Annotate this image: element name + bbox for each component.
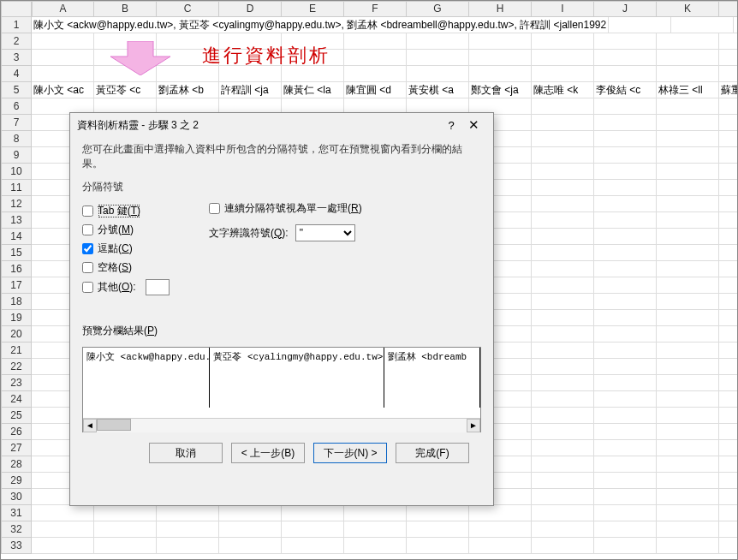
cell[interactable]: [532, 66, 594, 82]
cell[interactable]: [282, 538, 344, 554]
cell[interactable]: [532, 310, 594, 326]
cell[interactable]: [157, 538, 219, 554]
cell[interactable]: [594, 229, 657, 245]
cell[interactable]: [657, 538, 719, 554]
cell[interactable]: [532, 424, 594, 440]
cell[interactable]: [657, 164, 719, 180]
cell[interactable]: [657, 98, 719, 115]
cell[interactable]: [719, 359, 737, 375]
close-button[interactable]: ✕: [461, 117, 486, 133]
cell[interactable]: [657, 229, 719, 245]
cell[interactable]: [594, 456, 657, 473]
row-header[interactable]: 8: [1, 131, 32, 147]
cell[interactable]: [344, 66, 407, 82]
cell[interactable]: [657, 245, 719, 261]
cell[interactable]: [594, 505, 657, 521]
delimiter-space-checkbox[interactable]: [82, 262, 93, 273]
cell[interactable]: [657, 521, 719, 538]
column-header[interactable]: B: [94, 1, 157, 17]
delimiter-comma-label[interactable]: 逗點(C): [98, 241, 133, 256]
cell[interactable]: [657, 294, 719, 310]
column-header[interactable]: E: [282, 1, 344, 17]
column-header[interactable]: D: [219, 1, 282, 17]
row-header[interactable]: 18: [1, 294, 32, 310]
cell[interactable]: [532, 391, 594, 408]
cell[interactable]: [719, 326, 737, 343]
scroll-left-icon[interactable]: ◄: [83, 419, 97, 432]
cancel-button[interactable]: 取消: [149, 443, 223, 463]
cell[interactable]: [657, 66, 719, 82]
cell[interactable]: 黃安棋 <a: [407, 82, 469, 98]
cell[interactable]: [469, 50, 532, 66]
row-header[interactable]: 4: [1, 66, 32, 82]
cell[interactable]: [532, 521, 594, 538]
preview-scrollbar[interactable]: ◄ ►: [83, 418, 480, 432]
cell[interactable]: [532, 229, 594, 245]
cell[interactable]: [594, 164, 657, 180]
cell[interactable]: [719, 212, 737, 229]
cell[interactable]: [719, 440, 737, 456]
delimiter-semicolon-label[interactable]: 分號(M): [98, 223, 134, 237]
cell[interactable]: [532, 212, 594, 229]
cell[interactable]: [719, 294, 737, 310]
cell[interactable]: [719, 505, 737, 521]
cell[interactable]: [219, 538, 282, 554]
cell[interactable]: [532, 131, 594, 147]
cell[interactable]: [594, 180, 657, 196]
cell[interactable]: 陳志唯 <k: [532, 82, 594, 98]
cell[interactable]: [719, 277, 737, 294]
row-header[interactable]: 1: [1, 17, 32, 33]
cell[interactable]: [657, 326, 719, 343]
cell[interactable]: 陳小文 <ac: [32, 82, 94, 98]
cell[interactable]: [594, 538, 657, 554]
row-header[interactable]: 16: [1, 261, 32, 277]
cell[interactable]: [532, 261, 594, 277]
scroll-track[interactable]: [97, 419, 467, 432]
column-header[interactable]: K: [657, 1, 719, 17]
cell[interactable]: [344, 50, 407, 66]
cell[interactable]: [532, 489, 594, 505]
back-button[interactable]: < 上一步(B): [231, 443, 305, 463]
cell[interactable]: [594, 245, 657, 261]
cell[interactable]: 陳黃仁 <la: [282, 82, 344, 98]
cell[interactable]: [469, 33, 532, 50]
cell[interactable]: [657, 196, 719, 212]
cell[interactable]: [719, 473, 737, 489]
cell[interactable]: [657, 473, 719, 489]
finish-button[interactable]: 完成(F): [396, 443, 469, 463]
cell[interactable]: [671, 17, 734, 33]
row-header[interactable]: 3: [1, 50, 32, 66]
cell[interactable]: [594, 343, 657, 359]
row-header[interactable]: 12: [1, 196, 32, 212]
next-button[interactable]: 下一步(N) >: [313, 443, 387, 463]
delimiter-semicolon-checkbox[interactable]: [82, 224, 93, 235]
cell[interactable]: [719, 310, 737, 326]
cell[interactable]: [532, 326, 594, 343]
cell[interactable]: [719, 343, 737, 359]
cell[interactable]: [344, 538, 407, 554]
cell[interactable]: [594, 66, 657, 82]
cell[interactable]: [594, 115, 657, 131]
row-header[interactable]: 11: [1, 180, 32, 196]
column-header[interactable]: G: [407, 1, 469, 17]
cell[interactable]: [407, 33, 469, 50]
cell[interactable]: [719, 50, 737, 66]
row-header[interactable]: 10: [1, 164, 32, 180]
cell[interactable]: [532, 180, 594, 196]
column-header[interactable]: J: [594, 1, 657, 17]
cell[interactable]: [657, 147, 719, 164]
cell[interactable]: [532, 505, 594, 521]
cell[interactable]: [407, 505, 469, 521]
row-header[interactable]: 14: [1, 229, 32, 245]
cell[interactable]: [532, 408, 594, 424]
row-header[interactable]: 13: [1, 212, 32, 229]
row-header[interactable]: 17: [1, 277, 32, 294]
cell[interactable]: [594, 98, 657, 115]
cell[interactable]: [734, 17, 737, 33]
cell[interactable]: [594, 375, 657, 391]
delimiter-other-input[interactable]: [146, 279, 170, 295]
cell[interactable]: [219, 505, 282, 521]
row-header[interactable]: 2: [1, 33, 32, 50]
cell[interactable]: [657, 456, 719, 473]
cell[interactable]: [719, 408, 737, 424]
